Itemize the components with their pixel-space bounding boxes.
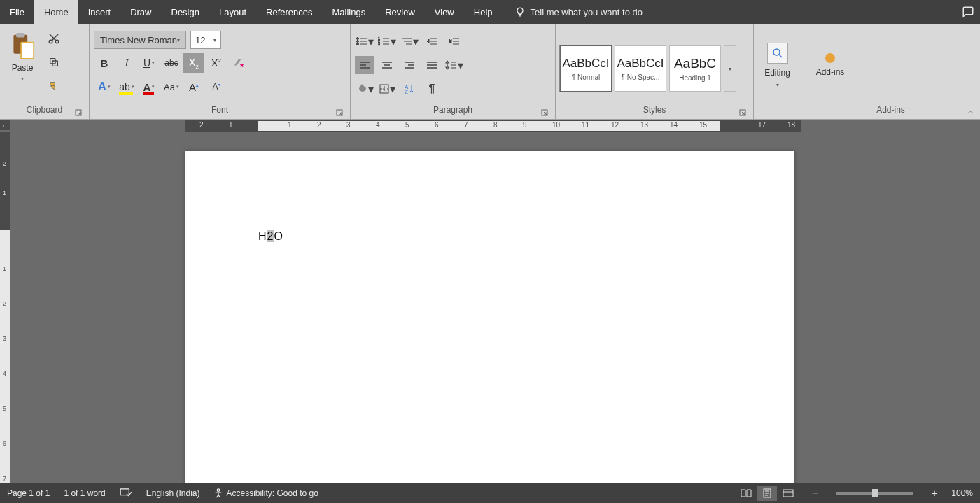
ruler-number: 1 — [3, 190, 6, 197]
zoom-out-button[interactable]: − — [812, 487, 818, 500]
style-preview: AaBbC — [674, 56, 716, 71]
zoom-in-button[interactable]: + — [932, 488, 937, 499]
shading-button[interactable]: ▾ — [355, 80, 374, 98]
paragraph-dialog-launcher[interactable] — [540, 108, 550, 118]
style-no-spacing[interactable]: AaBbCcI ¶ No Spac... — [615, 45, 666, 92]
multilevel-list-button[interactable]: ▾ — [400, 32, 419, 50]
status-page[interactable]: Page 1 of 1 — [7, 488, 50, 498]
styles-dialog-launcher[interactable] — [738, 108, 748, 118]
view-web-layout[interactable] — [778, 486, 798, 501]
format-painter-button[interactable] — [46, 78, 62, 94]
ruler-number: 6 — [435, 121, 439, 129]
document-area[interactable]: H2O — [10, 132, 980, 483]
editing-button[interactable]: Editing ▾ — [760, 27, 795, 104]
zoom-level[interactable]: 100% — [951, 488, 973, 498]
horizontal-ruler[interactable]: 211234567891011121314151718 — [10, 120, 980, 132]
justify-button[interactable] — [422, 56, 442, 74]
bold-button[interactable]: B — [94, 53, 115, 73]
addins-button[interactable]: Add-ins — [806, 27, 855, 104]
page[interactable]: H2O — [186, 151, 794, 483]
align-left-button[interactable] — [355, 56, 374, 74]
comments-icon[interactable] — [956, 0, 980, 24]
text-effects-button[interactable]: A▾ — [94, 77, 115, 97]
style-name: ¶ No Spac... — [622, 73, 660, 81]
style-name: ¶ Normal — [572, 73, 600, 81]
ruler-number: 17 — [758, 121, 766, 129]
text-sub-selected: 2 — [267, 230, 274, 242]
ruler-number: 2 — [3, 300, 6, 307]
shrink-font-button[interactable]: A▾ — [206, 77, 227, 97]
chevron-down-icon: ▾ — [214, 37, 216, 43]
show-hide-button[interactable]: ¶ — [422, 80, 442, 98]
bullets-button[interactable]: ▾ — [355, 32, 374, 50]
strikethrough-button[interactable]: abc — [161, 53, 182, 73]
tab-help[interactable]: Help — [464, 0, 503, 24]
tab-file[interactable]: File — [0, 0, 34, 24]
grow-font-button[interactable]: A▴ — [183, 77, 204, 97]
italic-button[interactable]: I — [116, 53, 137, 73]
tab-view[interactable]: View — [425, 0, 464, 24]
highlight-button[interactable]: ab▾ — [116, 77, 137, 97]
tab-insert[interactable]: Insert — [78, 0, 121, 24]
paste-button[interactable]: Paste ▾ — [4, 27, 41, 82]
font-dialog-launcher[interactable] — [335, 108, 344, 118]
clear-formatting-button[interactable] — [228, 53, 249, 73]
align-right-button[interactable] — [400, 56, 419, 74]
ruler-number: 10 — [552, 121, 560, 129]
subscript-button[interactable]: X2 — [183, 53, 204, 73]
font-size-dropdown[interactable]: 12 ▾ — [190, 31, 221, 49]
status-language[interactable]: English (India) — [146, 488, 200, 498]
svg-rect-24 — [783, 490, 793, 497]
copy-button[interactable] — [46, 55, 62, 70]
zoom-slider[interactable] — [836, 492, 913, 495]
borders-button[interactable]: ▾ — [377, 80, 397, 98]
paste-label: Paste — [12, 63, 34, 73]
ruler-number: 14 — [670, 121, 678, 129]
superscript-button[interactable]: X2 — [206, 53, 227, 73]
clipboard-group-label: Clipboard — [27, 105, 62, 115]
view-print-layout[interactable] — [757, 486, 777, 501]
numbering-button[interactable]: 123▾ — [377, 32, 397, 50]
font-name-dropdown[interactable]: Times New Roman ▾ — [94, 31, 186, 49]
cut-button[interactable] — [46, 31, 62, 46]
text-before: H — [258, 230, 267, 242]
sort-button[interactable]: AZ — [400, 80, 419, 98]
font-group-label: Font — [211, 105, 228, 115]
tab-mailings[interactable]: Mailings — [323, 0, 376, 24]
tab-review[interactable]: Review — [375, 0, 425, 24]
tab-references[interactable]: References — [256, 0, 322, 24]
tab-layout[interactable]: Layout — [209, 0, 256, 24]
vertical-ruler[interactable]: 2112345678 — [0, 132, 10, 483]
ruler-number: 3 — [3, 335, 6, 342]
font-color-button[interactable]: A▾ — [139, 77, 160, 97]
change-case-button[interactable]: Aa▾ — [161, 77, 182, 97]
ruler-number: 4 — [376, 121, 380, 129]
chevron-down-icon: ▾ — [776, 82, 779, 88]
ruler-number: 12 — [611, 121, 619, 129]
align-center-button[interactable] — [377, 56, 397, 74]
collapse-ribbon-button[interactable]: ︿ — [967, 106, 974, 116]
status-accessibility[interactable]: Accessibility: Good to go — [214, 488, 318, 498]
tab-home[interactable]: Home — [34, 0, 78, 24]
style-preview: AaBbCcI — [562, 57, 609, 71]
view-read-mode[interactable] — [736, 486, 756, 501]
line-spacing-button[interactable]: ▾ — [444, 56, 464, 74]
style-normal[interactable]: AaBbCcI ¶ Normal — [560, 45, 612, 92]
style-heading-1[interactable]: AaBbC Heading 1 — [669, 45, 721, 92]
clipboard-dialog-launcher[interactable] — [74, 108, 83, 118]
chevron-down-icon: ▾ — [21, 76, 24, 82]
status-spellcheck-icon[interactable] — [120, 488, 132, 498]
ruler-number: 11 — [582, 121, 589, 129]
document-text[interactable]: H2O — [258, 230, 283, 243]
tab-design[interactable]: Design — [162, 0, 209, 24]
decrease-indent-button[interactable] — [422, 32, 442, 50]
svg-point-3 — [49, 40, 52, 43]
tell-me-search[interactable]: Tell me what you want to do — [515, 0, 643, 24]
status-words[interactable]: 1 of 1 word — [64, 488, 105, 498]
tab-draw[interactable]: Draw — [120, 0, 161, 24]
underline-button[interactable]: U▾ — [139, 53, 160, 73]
increase-indent-button[interactable] — [444, 32, 464, 50]
lightbulb-icon — [515, 7, 525, 17]
styles-gallery-more[interactable]: ▾ — [724, 45, 736, 92]
chevron-down-icon: ▾ — [177, 37, 180, 43]
